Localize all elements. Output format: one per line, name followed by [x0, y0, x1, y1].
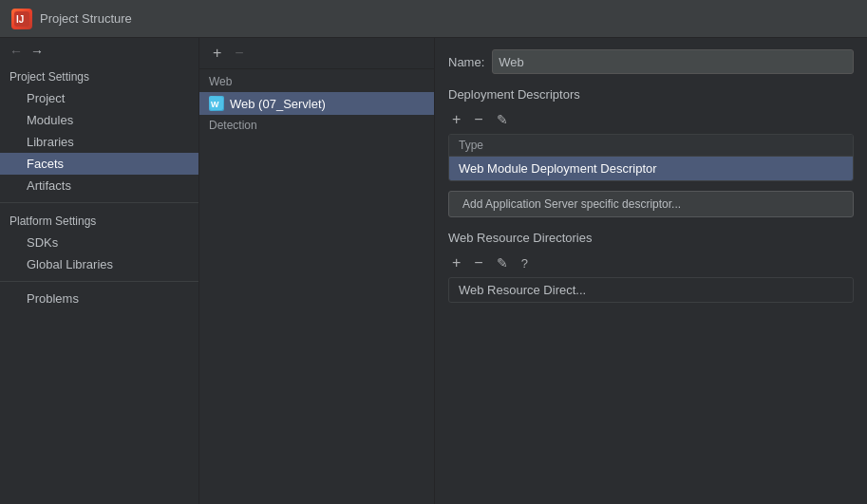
dd-table-header: Type: [449, 135, 853, 157]
right-panel: Name: Deployment Descriptors + − ✎ Type …: [435, 38, 867, 504]
forward-arrow[interactable]: →: [30, 44, 44, 59]
middle-panel: + − Web W Web (07_Servlet) Detection: [199, 38, 435, 504]
name-label: Name:: [448, 55, 484, 69]
name-input[interactable]: [492, 49, 854, 74]
sidebar-item-modules[interactable]: Modules: [0, 109, 198, 131]
add-facet-button[interactable]: +: [209, 44, 225, 63]
sidebar-nav: ← →: [0, 38, 198, 65]
sidebar: ← → Project Settings Project Modules Lib…: [0, 38, 199, 504]
dd-add-button[interactable]: +: [448, 109, 464, 130]
deployment-descriptor-table: Type Web Module Deployment Descriptor: [448, 134, 854, 181]
sidebar-divider: [0, 202, 198, 203]
wrd-edit-button[interactable]: ✎: [493, 253, 512, 272]
window-title: Project Structure: [40, 11, 132, 26]
remove-facet-button[interactable]: −: [231, 44, 247, 63]
wrd-table: Web Resource Direct...: [448, 277, 854, 303]
wrd-table-row[interactable]: Web Resource Direct...: [449, 278, 853, 302]
sidebar-item-facets[interactable]: Facets: [0, 153, 198, 175]
web-facet-icon: W: [209, 96, 224, 111]
title-bar: IJ Project Structure: [0, 0, 867, 38]
sidebar-item-artifacts[interactable]: Artifacts: [0, 175, 198, 196]
facet-web-servlet[interactable]: W Web (07_Servlet): [199, 92, 434, 115]
back-arrow[interactable]: ←: [9, 44, 23, 59]
sidebar-item-project[interactable]: Project: [0, 87, 198, 109]
app-logo: IJ: [11, 9, 32, 29]
middle-toolbar: + −: [199, 38, 434, 69]
web-resource-dir-title: Web Resource Directories: [448, 231, 854, 245]
main-layout: ← → Project Settings Project Modules Lib…: [0, 38, 867, 504]
svg-text:IJ: IJ: [16, 14, 24, 25]
sidebar-item-libraries[interactable]: Libraries: [0, 131, 198, 153]
svg-text:W: W: [211, 100, 219, 109]
sidebar-item-global-libraries[interactable]: Global Libraries: [0, 253, 198, 275]
wrd-remove-button[interactable]: −: [470, 252, 486, 273]
sidebar-divider-2: [0, 281, 198, 282]
project-settings-header: Project Settings: [0, 65, 198, 87]
sidebar-item-sdks[interactable]: SDKs: [0, 232, 198, 253]
wrd-add-button[interactable]: +: [448, 252, 464, 273]
dd-table-row[interactable]: Web Module Deployment Descriptor: [449, 157, 853, 180]
dd-remove-button[interactable]: −: [470, 109, 486, 130]
name-row: Name:: [448, 49, 854, 74]
platform-settings-header: Platform Settings: [0, 209, 198, 232]
wrd-help-button[interactable]: ?: [518, 254, 532, 272]
middle-section-label: Web: [199, 69, 434, 92]
facet-label: Web (07_Servlet): [230, 97, 326, 111]
dd-edit-button[interactable]: ✎: [493, 110, 512, 129]
add-server-descriptor-button[interactable]: Add Application Server specific descript…: [448, 191, 854, 217]
wrd-toolbar: + − ✎ ?: [448, 252, 854, 273]
sidebar-item-problems[interactable]: Problems: [0, 288, 198, 309]
detection-label: Detection: [199, 115, 434, 136]
deployment-descriptors-title: Deployment Descriptors: [448, 87, 854, 102]
deployment-toolbar: + − ✎: [448, 109, 854, 130]
